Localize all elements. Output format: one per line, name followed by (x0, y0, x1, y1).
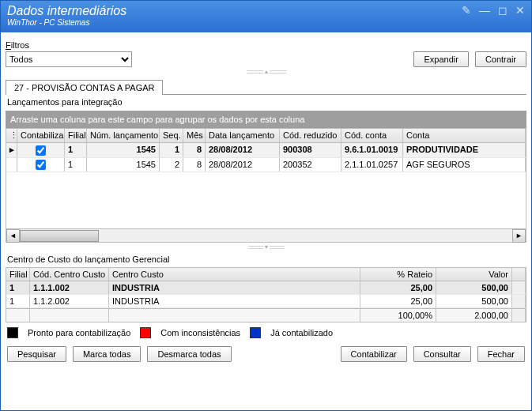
col-conta[interactable]: Conta (403, 129, 526, 142)
fechar-button[interactable]: Fechar (477, 346, 525, 362)
cc-scrollbar-head (512, 268, 526, 281)
cc-col-rateio[interactable]: % Rateio (360, 268, 436, 281)
table-row[interactable]: ▸115451828/08/20129003089.6.1.01.0019PRO… (6, 143, 526, 158)
col-cod-reduzido[interactable]: Cód. reduzido (280, 129, 341, 142)
cc-col-valor[interactable]: Valor (436, 268, 512, 281)
window-title: Dados intermediários (7, 4, 126, 18)
desmarca-todas-button[interactable]: Desmarca todas (147, 346, 231, 362)
legend: Pronto para contabilizaçãoCom inconsistê… (6, 322, 526, 343)
minimize-icon[interactable]: — (479, 4, 490, 17)
legend-swatch (250, 327, 261, 338)
cc-total-valor: 2.000,00 (436, 309, 512, 322)
tab-row: 27 - PROVISÃO CONTAS A PAGAR (6, 79, 526, 95)
grid-header: ⋮ Contabilizar Filial Núm. lançamento Se… (6, 129, 526, 143)
main-grid: ⋮ Contabilizar Filial Núm. lançamento Se… (6, 128, 526, 229)
scroll-left-icon[interactable]: ◄ (6, 229, 20, 243)
col-seq[interactable]: Seq. (160, 129, 183, 142)
window: Dados intermediários WinThor - PC Sistem… (0, 0, 532, 411)
cc-grid-body: 11.1.1.002INDUSTRIA25,00500,0011.1.2.002… (6, 281, 526, 308)
col-contabilizar[interactable]: Contabilizar (17, 129, 65, 142)
contabilizar-button[interactable]: Contabilizar (341, 346, 407, 362)
grid-hscroll[interactable]: ◄ ► (6, 229, 526, 243)
scroll-thumb[interactable] (20, 230, 99, 242)
scroll-right-icon[interactable]: ► (512, 229, 526, 243)
col-mes[interactable]: Mês (183, 129, 206, 142)
tab-provisao[interactable]: 27 - PROVISÃO CONTAS A PAGAR (6, 80, 163, 95)
filtros-label: Filtros (6, 40, 132, 50)
marca-todas-button[interactable]: Marca todas (73, 346, 141, 362)
col-indicator[interactable]: ⋮ (6, 129, 17, 142)
cc-total-rateio: 100,00% (360, 309, 436, 322)
legend-label: Com inconsistências (160, 328, 240, 337)
cc-grid-header: Filial Cód. Centro Custo Centro Custo % … (6, 268, 526, 281)
pesquisar-button[interactable]: Pesquisar (7, 346, 66, 362)
splitter-mid[interactable]: :::::::::::::::::::: ▼ :::::::::::::::::… (6, 244, 526, 250)
grid-body: ▸115451828/08/20129003089.6.1.01.0019PRO… (6, 143, 526, 228)
cc-col-cod[interactable]: Cód. Centro Custo (30, 268, 109, 281)
edit-icon[interactable]: ✎ (462, 4, 471, 17)
cc-col-centro[interactable]: Centro Custo (109, 268, 360, 281)
contrair-button[interactable]: Contrair (475, 51, 526, 67)
expandir-button[interactable]: Expandir (413, 51, 468, 67)
legend-label: Já contabilizado (270, 328, 333, 337)
legend-swatch (140, 327, 151, 338)
row-checkbox[interactable] (36, 145, 46, 156)
legend-label: Pronto para contabilização (28, 328, 130, 337)
consultar-button[interactable]: Consultar (413, 346, 471, 362)
cc-table-row[interactable]: 11.1.2.002INDUSTRIA25,00500,00 (6, 295, 526, 308)
col-data[interactable]: Data lançamento (206, 129, 280, 142)
cc-section-label: Centro de Custo do lançamento Gerencial (6, 251, 526, 267)
filtros-group: Filtros Todos (6, 40, 132, 67)
col-cod-conta[interactable]: Cód. conta (341, 129, 403, 142)
row-checkbox[interactable] (36, 160, 46, 170)
col-filial[interactable]: Filial (65, 129, 87, 142)
legend-swatch (7, 327, 18, 338)
cc-col-filial[interactable]: Filial (6, 268, 30, 281)
filtros-select[interactable]: Todos (6, 51, 132, 67)
group-by-bar[interactable]: Arraste uma coluna para este campo para … (6, 111, 526, 128)
col-num-lancamento[interactable]: Núm. lançamento (87, 129, 160, 142)
splitter-top[interactable]: :::::::::::::::::::::: ▲ :::::::::::::::… (6, 69, 526, 74)
maximize-icon[interactable]: ◻ (498, 4, 507, 17)
titlebar: Dados intermediários WinThor - PC Sistem… (1, 1, 531, 32)
table-row[interactable]: 115452828/08/20122003522.1.1.01.0257AGF … (6, 158, 526, 173)
window-subtitle: WinThor - PC Sistemas (7, 18, 126, 27)
close-icon[interactable]: ✕ (515, 4, 525, 17)
cc-grid: Filial Cód. Centro Custo Centro Custo % … (6, 267, 526, 322)
cc-table-row[interactable]: 11.1.1.002INDUSTRIA25,00500,00 (6, 281, 526, 295)
footer-buttons: Pesquisar Marca todas Desmarca todas Con… (6, 343, 526, 364)
sub-header: Lançamentos para integração (6, 95, 526, 111)
cc-totals-row: 100,00% 2.000,00 (6, 308, 526, 322)
content-area: Filtros Todos Expandir Contrair ::::::::… (1, 32, 531, 410)
